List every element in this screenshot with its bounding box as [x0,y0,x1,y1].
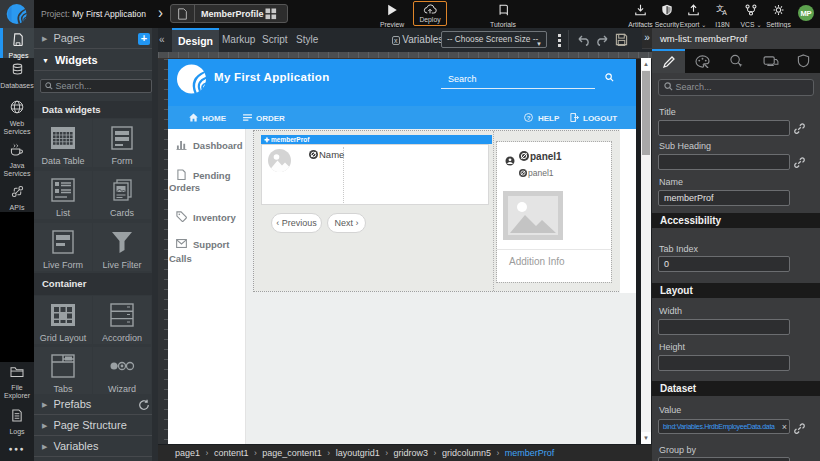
svg-text:A: A [722,9,727,16]
svg-text:?: ? [527,115,531,121]
